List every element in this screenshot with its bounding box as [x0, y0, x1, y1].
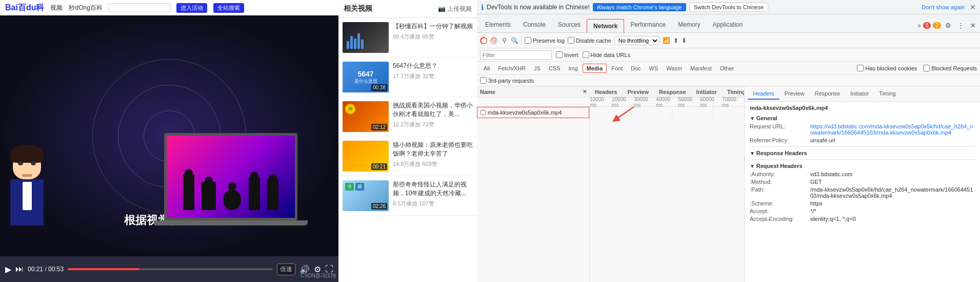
general-section-title[interactable]: General [750, 115, 975, 121]
sidebar-title: 相关视频 [344, 4, 372, 13]
detail-tab-headers[interactable]: Headers [748, 88, 779, 100]
hide-data-urls-label[interactable]: Hide data URLs [583, 51, 631, 58]
play-button[interactable]: ▶ [5, 265, 11, 274]
method-row: :Method: GET [750, 179, 975, 185]
hide-data-urls-checkbox[interactable] [583, 51, 589, 58]
third-party-checkbox[interactable] [480, 77, 487, 84]
mark-20000: 20000 ms [612, 97, 634, 108]
blocked-requests-checkbox[interactable] [923, 65, 930, 71]
list-item[interactable]: 00:21 猫小帅视频：原来老师也要吃饭啊？老师太辛苦了 14.9万播放 609… [338, 137, 477, 176]
list-item[interactable]: 【秒懂百科】一分钟了解视频 86.4万播放 85赞 [338, 18, 477, 58]
type-other[interactable]: Other [716, 64, 738, 72]
kebab-menu-icon[interactable]: ⋮ [955, 21, 966, 30]
method-value: GET [810, 179, 975, 185]
filter-toggle-button[interactable]: ⚲ [501, 37, 508, 44]
response-headers-section-title[interactable]: Response Headers [750, 150, 975, 156]
detail-tab-initiator[interactable]: Initiator [845, 88, 874, 100]
filter-input[interactable] [480, 50, 552, 60]
accept-row: Accept: */* [750, 208, 975, 214]
next-button[interactable]: ⏭ [15, 265, 24, 274]
has-blocked-checkbox[interactable] [857, 65, 864, 71]
upload-icon-toolbar: ⬆ [673, 37, 678, 44]
video-thumbnail: 5647 是什么意思 00:38 [343, 62, 389, 92]
referrer-policy-value: unsafe-url [810, 137, 975, 143]
disable-cache-label[interactable]: Disable cache [568, 37, 611, 44]
type-doc[interactable]: Doc [627, 64, 645, 72]
type-media[interactable]: Media [583, 64, 607, 73]
search-button[interactable]: 🔍 [511, 37, 518, 44]
type-all[interactable]: All [480, 64, 493, 72]
tab-network[interactable]: Network [587, 19, 624, 33]
detail-tab-timing[interactable]: Timing [874, 88, 901, 100]
authority-key: :Authority: [750, 171, 806, 177]
match-language-button[interactable]: Always match Chrome's language [593, 3, 686, 11]
nav-video[interactable]: 视频 [50, 4, 63, 12]
response-col[interactable]: Response [654, 89, 691, 95]
more-tabs-icon[interactable]: » [917, 22, 921, 29]
progress-bar[interactable] [68, 268, 273, 270]
tab-elements[interactable]: Elements [479, 18, 517, 32]
request-url-value: https://vd3.bdstatic.com/mda-kksevzw0s5a… [810, 123, 975, 136]
tab-application[interactable]: Application [706, 18, 749, 32]
global-search-button[interactable]: 全站搜索 [213, 3, 244, 13]
notification-text: DevTools is now available in Chinese! [487, 4, 590, 11]
authority-row: :Authority: vd3.bdstatic.com [750, 171, 975, 177]
third-party-label[interactable]: 3rd-party requests [480, 77, 534, 84]
waterfall-area [590, 107, 744, 282]
timing-col[interactable]: Timing [722, 89, 744, 95]
tab-console[interactable]: Console [517, 18, 552, 32]
baidu-search-input[interactable] [109, 3, 170, 12]
close-detail-icon[interactable]: ✕ [583, 89, 587, 95]
list-item[interactable]: 5647 是什么意思 00:38 5647什么意思？ 17.7万播放 32赞 [338, 58, 477, 97]
close-devtools-icon[interactable]: ✕ [968, 21, 978, 30]
invert-checkbox[interactable] [556, 51, 563, 58]
tab-performance[interactable]: Performance [624, 18, 672, 32]
list-item[interactable]: 02:12 外 挑战观看美国小视频，华侨小伙刚才看就脸红了，美... 12.2万… [338, 97, 477, 137]
type-wasm[interactable]: Wasm [663, 64, 686, 72]
initiator-col[interactable]: Initiator [691, 89, 722, 95]
hide-data-urls-text: Hide data URLs [591, 52, 631, 58]
nav-shipin[interactable]: 秒dOng百科 [69, 4, 102, 12]
request-item-selected[interactable]: mda-kksevzw0s5ap0x6k.mp4 [477, 107, 589, 118]
preview-col[interactable]: Preview [622, 89, 654, 95]
preserve-log-label[interactable]: Preserve log [525, 37, 565, 44]
type-img[interactable]: Img [565, 64, 582, 72]
type-fetch-xhr[interactable]: Fetch/XHR [494, 64, 529, 72]
list-item[interactable]: 02:26 冷 藏 那些奇奇怪怪让人满足的视频，10年建成的天然冷藏... 8.… [338, 176, 477, 216]
tab-sources[interactable]: Sources [552, 18, 587, 32]
disable-cache-checkbox[interactable] [568, 37, 574, 44]
tab-memory[interactable]: Memory [672, 18, 706, 32]
request-type-bar: All Fetch/XHR JS CSS Img Media Font Doc … [477, 62, 980, 75]
notification-close-button[interactable]: ✕ [970, 3, 976, 11]
throttling-select[interactable]: No throttling [614, 36, 659, 45]
type-js[interactable]: JS [530, 64, 544, 72]
type-css[interactable]: CSS [545, 64, 564, 72]
clear-button[interactable]: 🚫 [490, 37, 497, 44]
total-time: 00:53 [48, 266, 64, 273]
detail-tab-preview[interactable]: Preview [779, 88, 810, 100]
type-ws[interactable]: WS [646, 64, 662, 72]
current-time: 00:21 [28, 266, 43, 273]
third-party-bar: 3rd-party requests [477, 75, 980, 86]
anime-character [10, 151, 44, 225]
record-button[interactable]: ⬤ [480, 37, 487, 44]
preserve-log-checkbox[interactable] [525, 37, 531, 44]
type-manifest[interactable]: Manifest [687, 64, 715, 72]
baidu-search-button[interactable]: 进入活动 [176, 3, 207, 13]
speed-button[interactable]: 倍速 [277, 264, 295, 275]
has-blocked-label[interactable]: Has blocked cookies [857, 65, 917, 71]
blocked-requests-label[interactable]: Blocked Requests [923, 65, 977, 71]
settings-icon[interactable]: ⚙ [943, 21, 953, 30]
detail-tab-response[interactable]: Response [810, 88, 846, 100]
headers-col[interactable]: Headers [590, 89, 622, 95]
dont-show-again-link[interactable]: Don't show again [922, 4, 965, 10]
upload-button[interactable]: 📷 上传视频 [438, 5, 472, 13]
video-title: 【秒懂百科】一分钟了解视频 [393, 22, 473, 31]
invert-label[interactable]: Invert [556, 51, 578, 58]
type-font[interactable]: Font [608, 64, 626, 72]
detail-panel: Headers Preview Response Initiator Timin… [744, 86, 980, 282]
switch-devtools-button[interactable]: Switch DevTools to Chinese [689, 3, 768, 12]
video-thumbnail: 02:26 冷 藏 [343, 180, 389, 211]
request-headers-section-title[interactable]: Request Headers [750, 163, 975, 169]
request-checkbox[interactable] [481, 110, 486, 115]
